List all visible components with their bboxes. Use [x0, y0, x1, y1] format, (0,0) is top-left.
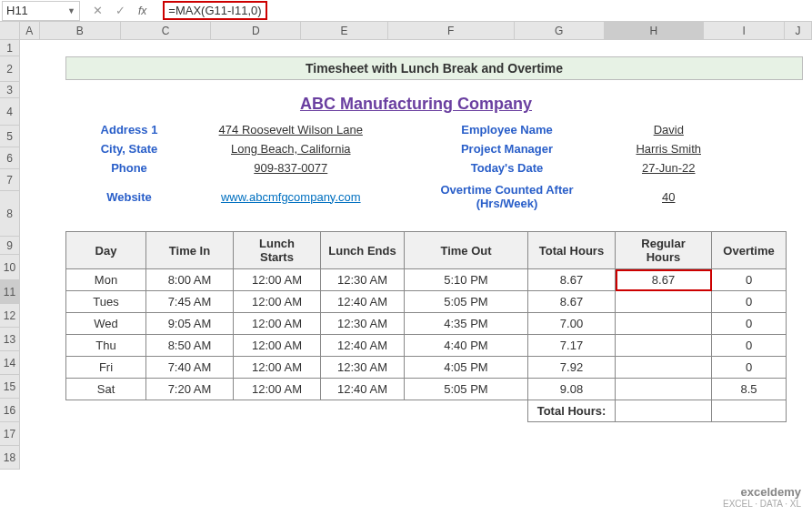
formula-bar-icons: ✕ ✓ fx [80, 4, 159, 17]
cell[interactable]: 0 [712, 291, 787, 313]
th-lunchstarts[interactable]: Lunch Starts [234, 232, 321, 269]
row-header[interactable]: 9 [0, 237, 20, 255]
cell[interactable]: 4:05 PM [405, 357, 528, 379]
cell[interactable]: 4:35 PM [405, 313, 528, 335]
col-header[interactable]: B [40, 22, 121, 39]
th-total[interactable]: Total Hours [528, 232, 616, 269]
total-hours-label: Total Hours: [528, 400, 616, 422]
total-overtime-cell[interactable] [712, 400, 787, 422]
cell[interactable]: 8:00 AM [146, 269, 234, 291]
row-header[interactable]: 17 [0, 422, 20, 446]
row-header[interactable]: 18 [0, 446, 20, 470]
cancel-icon[interactable]: ✕ [93, 4, 103, 17]
total-regular-cell[interactable] [616, 400, 712, 422]
website-link[interactable]: www.abcmfgcompany.com [184, 190, 398, 204]
cell[interactable]: 9:05 AM [146, 313, 234, 335]
col-header[interactable]: I [704, 22, 785, 39]
row-header[interactable]: 14 [0, 351, 20, 375]
cell[interactable]: 7:40 AM [146, 357, 234, 379]
cell[interactable]: 12:30 AM [321, 313, 405, 335]
info-value: Long Beach, California [184, 142, 398, 156]
col-header[interactable]: E [301, 22, 387, 39]
formula-bar[interactable]: =MAX(G11-I11,0) [159, 1, 812, 20]
cell[interactable]: 7:20 AM [146, 379, 234, 400]
name-box[interactable]: H11 ▼ [2, 1, 80, 21]
cell[interactable]: Sat [66, 379, 146, 400]
row-header[interactable]: 7 [0, 169, 20, 191]
cell[interactable]: 9.08 [528, 379, 616, 400]
cell[interactable]: 7.00 [528, 313, 616, 335]
row-header[interactable]: 6 [0, 147, 20, 169]
worksheet[interactable]: Timesheet with Lunch Break and Overtime … [20, 40, 812, 516]
cell[interactable] [616, 335, 712, 357]
cell[interactable]: 5:05 PM [405, 379, 528, 400]
col-header[interactable]: H [605, 22, 704, 39]
col-header[interactable]: G [515, 22, 605, 39]
cell[interactable]: 8.67 [528, 269, 616, 291]
row-header[interactable]: 4 [0, 98, 20, 126]
col-header[interactable]: A [20, 22, 40, 39]
cell[interactable]: 7.92 [528, 357, 616, 379]
row-header[interactable]: 10 [0, 255, 20, 280]
row-header[interactable]: 1 [0, 40, 20, 56]
cell[interactable]: 8.5 [712, 379, 787, 400]
cell[interactable]: 0 [712, 357, 787, 379]
row-header[interactable]: 12 [0, 304, 20, 328]
cell[interactable]: Fri [66, 357, 146, 379]
th-regular[interactable]: Regular Hours [616, 232, 712, 269]
cell[interactable]: 5:10 PM [405, 269, 528, 291]
cell[interactable]: Wed [66, 313, 146, 335]
cell[interactable]: 12:00 AM [234, 269, 321, 291]
th-day[interactable]: Day [66, 232, 146, 269]
cell[interactable]: 7.17 [528, 335, 616, 357]
cell[interactable]: 0 [712, 313, 787, 335]
col-header[interactable]: D [211, 22, 301, 39]
row-header[interactable]: 3 [0, 82, 20, 98]
cell[interactable]: 8:50 AM [146, 335, 234, 357]
cell[interactable]: 12:40 AM [321, 335, 405, 357]
cell[interactable]: 12:00 AM [234, 335, 321, 357]
cell[interactable]: 12:00 AM [234, 357, 321, 379]
col-header[interactable]: F [388, 22, 515, 39]
cell[interactable] [616, 313, 712, 335]
cell[interactable]: Mon [66, 269, 146, 291]
table-header-row: Day Time In Lunch Starts Lunch Ends Time… [66, 232, 787, 269]
cell[interactable]: 5:05 PM [405, 291, 528, 313]
select-all-corner[interactable] [0, 22, 20, 39]
row-header[interactable]: 15 [0, 375, 20, 399]
cell[interactable]: 0 [712, 335, 787, 357]
cell[interactable]: 12:00 AM [234, 291, 321, 313]
row-header[interactable]: 5 [0, 126, 20, 147]
th-timein[interactable]: Time In [146, 232, 234, 269]
row-header[interactable]: 8 [0, 191, 20, 237]
th-overtime[interactable]: Overtime [712, 232, 787, 269]
cell[interactable] [616, 379, 712, 400]
cell[interactable]: 12:30 AM [321, 269, 405, 291]
col-header[interactable]: J [785, 22, 812, 39]
cell[interactable] [616, 357, 712, 379]
col-header[interactable]: C [121, 22, 211, 39]
cell[interactable]: 12:40 AM [321, 379, 405, 400]
cell[interactable]: Thu [66, 335, 146, 357]
th-timeout[interactable]: Time Out [405, 232, 528, 269]
cell[interactable] [616, 291, 712, 313]
cell[interactable]: 12:30 AM [321, 357, 405, 379]
cell[interactable]: 12:40 AM [321, 291, 405, 313]
cell[interactable]: 8.67 [616, 269, 712, 291]
row-header[interactable]: 16 [0, 399, 20, 422]
cell[interactable]: 0 [712, 269, 787, 291]
cell[interactable]: 7:45 AM [146, 291, 234, 313]
cell[interactable]: 4:40 PM [405, 335, 528, 357]
cell[interactable]: 12:00 AM [234, 313, 321, 335]
row-header[interactable]: 13 [0, 328, 20, 351]
row-header[interactable]: 11 [0, 280, 20, 304]
timesheet-table: Day Time In Lunch Starts Lunch Ends Time… [65, 231, 787, 422]
row-header[interactable]: 2 [0, 56, 20, 82]
chevron-down-icon[interactable]: ▼ [67, 6, 75, 15]
cell[interactable]: 8.67 [528, 291, 616, 313]
fx-icon[interactable]: fx [138, 5, 146, 17]
cell[interactable]: Tues [66, 291, 146, 313]
th-lunchends[interactable]: Lunch Ends [321, 232, 405, 269]
accept-icon[interactable]: ✓ [115, 4, 125, 17]
cell[interactable]: 12:00 AM [234, 379, 321, 400]
